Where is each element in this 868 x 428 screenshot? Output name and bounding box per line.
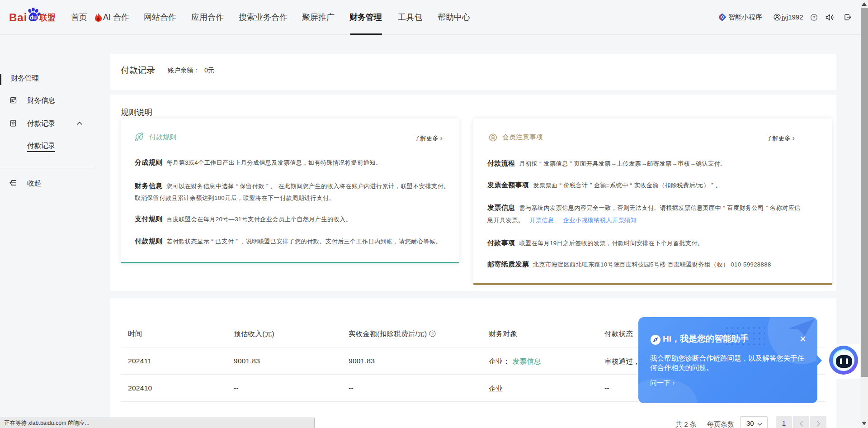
svg-text:?: ? <box>431 332 434 336</box>
svg-text:du: du <box>30 14 37 21</box>
svg-text:?: ? <box>813 15 815 20</box>
